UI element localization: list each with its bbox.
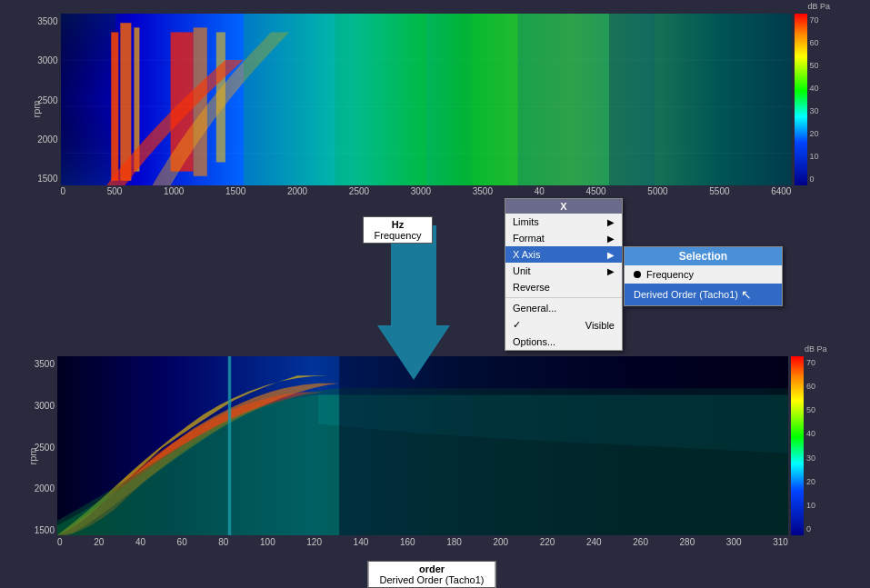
x-tick: 310	[773, 537, 788, 547]
bottom-spectrogram-svg	[57, 356, 788, 535]
menu-item-format-label: Format	[513, 233, 545, 244]
x-tick: 140	[354, 537, 369, 547]
x-tick: 5500	[709, 186, 729, 196]
colorbar-tick: 20	[810, 129, 819, 138]
x-tick: 160	[400, 537, 415, 547]
menu-item-options[interactable]: Options...	[505, 334, 622, 350]
x-tick: 500	[107, 186, 123, 196]
submenu-item-frequency[interactable]: Frequency	[625, 265, 782, 284]
colorbar-tick: 60	[806, 382, 815, 391]
bottom-x-label-box: order Derived Order (Tacho1)	[368, 561, 496, 588]
colorbar-tick: 70	[806, 358, 815, 367]
menu-header: X	[505, 199, 622, 214]
colorbar-tick: 40	[806, 429, 815, 438]
bottom-y-axis: 3500 3000 2500 2000 1500	[32, 359, 55, 535]
top-chart-area	[61, 14, 792, 185]
menu-item-limits-label: Limits	[513, 216, 539, 227]
colorbar-tick: 20	[806, 477, 815, 486]
colorbar-unit-label: dB Pa	[808, 2, 831, 11]
x-tick: 6400	[771, 186, 791, 196]
top-colorbar: dB Pa 70 60 50 40 30 20 10 0	[795, 14, 845, 185]
colorbar-tick: 0	[810, 174, 819, 184]
menu-item-reverse-label: Reverse	[513, 282, 550, 293]
x-tick: 3500	[473, 186, 493, 196]
bottom-x-label-derived: Derived Order (Tacho1)	[380, 574, 485, 585]
x-tick: 240	[586, 537, 602, 547]
x-tick: 100	[260, 537, 275, 547]
colorbar-tick: 50	[810, 61, 819, 70]
chevron-right-icon: ▶	[607, 250, 615, 260]
colorbar-ticks: 70 60 50 40 30 20 10 0	[807, 14, 819, 185]
x-tick: 40	[535, 186, 545, 196]
x-tick: 0	[61, 186, 66, 196]
colorbar-tick: 30	[806, 453, 815, 463]
submenu-item-derived-order[interactable]: Derived Order (Tacho1) ↖	[625, 284, 782, 305]
x-tick: 280	[680, 537, 695, 547]
x-tick: 40	[135, 537, 145, 547]
top-x-label-freq: Frequency	[375, 230, 422, 241]
chevron-right-icon: ▶	[607, 266, 615, 276]
top-x-label-hz: Hz	[375, 219, 422, 230]
colorbar-tick: 50	[806, 405, 815, 414]
x-tick: 1000	[164, 186, 184, 196]
x-tick: 2500	[349, 186, 369, 196]
y-tick: 1500	[37, 174, 57, 184]
x-tick: 3000	[411, 186, 431, 196]
submenu-item-derived-label: Derived Order (Tacho1)	[634, 289, 738, 300]
x-tick: 180	[446, 537, 462, 547]
bottom-x-axis: 0 20 40 60 80 100 120 140 160 180 200 22…	[57, 537, 788, 553]
colorbar-tick: 70	[810, 15, 819, 25]
chevron-right-icon: ▶	[607, 234, 615, 244]
colorbar-tick: 40	[810, 84, 819, 93]
y-tick: 3000	[35, 401, 55, 411]
menu-item-visible-label: Visible	[585, 320, 615, 331]
x-tick: 220	[540, 537, 555, 547]
radio-dot-frequency	[634, 271, 641, 278]
bottom-chart-area	[57, 356, 788, 535]
top-x-axis: 0 500 1000 1500 2000 2500 3000 3500 40 4…	[61, 186, 792, 204]
top-y-axis: 3500 3000 2500 2000 1500	[35, 16, 58, 184]
menu-item-xaxis[interactable]: X Axis ▶	[505, 246, 622, 263]
bottom-colorbar-unit: dB Pa	[805, 344, 827, 354]
x-tick: 80	[218, 537, 228, 547]
y-tick: 2000	[35, 483, 55, 493]
y-tick: 3500	[35, 359, 55, 369]
x-tick: 1500	[225, 186, 245, 196]
y-tick: 2000	[37, 135, 57, 145]
colorbar-tick: 0	[806, 524, 815, 533]
submenu-header: Selection	[625, 247, 782, 265]
y-tick: 2500	[35, 443, 55, 453]
menu-item-reverse[interactable]: Reverse	[505, 279, 622, 295]
top-spectrogram-svg	[61, 14, 792, 185]
svg-rect-19	[339, 356, 788, 535]
down-arrow	[377, 225, 450, 383]
menu-item-options-label: Options...	[513, 336, 555, 347]
menu-item-unit[interactable]: Unit ▶	[505, 263, 622, 279]
colorbar-tick: 30	[810, 106, 819, 115]
menu-item-limits[interactable]: Limits ▶	[505, 214, 622, 230]
colorbar-tick: 60	[810, 38, 819, 47]
menu-item-xaxis-label: X Axis	[513, 249, 541, 260]
svg-marker-16	[377, 225, 450, 380]
menu-item-unit-label: Unit	[513, 265, 531, 276]
x-tick: 5000	[647, 186, 667, 196]
chevron-right-icon: ▶	[607, 217, 615, 227]
menu-item-general[interactable]: General...	[505, 300, 622, 316]
cursor-icon: ↖	[741, 287, 752, 302]
colorbar-tick: 10	[810, 152, 819, 161]
main-container: rpm 3500 3000 2500 2000 1500	[0, 0, 870, 588]
x-tick: 60	[177, 537, 187, 547]
svg-rect-12	[609, 14, 792, 185]
x-tick: 300	[726, 537, 742, 547]
top-x-label-box: Hz Frequency	[363, 216, 434, 244]
y-tick: 3500	[37, 16, 57, 26]
x-tick: 20	[94, 537, 104, 547]
arrow-svg	[377, 225, 450, 380]
menu-separator	[505, 297, 622, 298]
x-tick: 4500	[585, 186, 605, 196]
checkmark-icon: ✓	[513, 319, 521, 331]
x-axis-submenu: Selection Frequency Derived Order (Tacho…	[624, 246, 783, 306]
menu-item-visible[interactable]: ✓ Visible	[505, 316, 622, 334]
bottom-colorbar-ticks: 70 60 50 40 30 20 10 0	[804, 356, 815, 535]
menu-item-format[interactable]: Format ▶	[505, 230, 622, 246]
